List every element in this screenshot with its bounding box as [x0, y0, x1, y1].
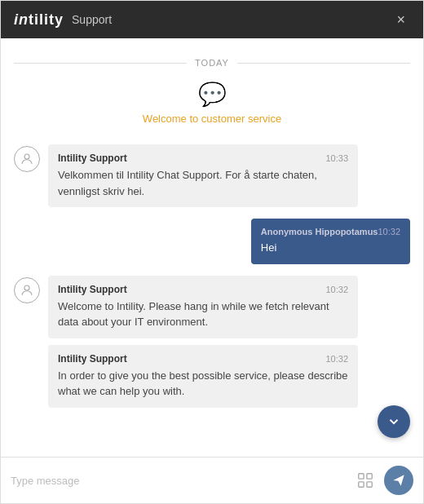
send-button[interactable] [384, 466, 413, 495]
message-header: Intility Support 10:32 [58, 284, 348, 295]
svg-point-0 [24, 154, 29, 159]
agent-message-bubble: Intility Support 10:33 Velkommen til Int… [48, 144, 358, 207]
agent-message-bubble: Intility Support 10:32 Welcome to Intili… [48, 276, 358, 338]
svg-rect-2 [359, 474, 364, 479]
welcome-text: Welcome to customer service [14, 113, 410, 125]
user-message-bubble: Anonymous Hippopotamus 10:32 Hei [251, 219, 410, 264]
message-text: Velkommen til Intility Chat Support. For… [58, 167, 348, 199]
scroll-down-button[interactable] [378, 405, 410, 438]
header-title: Support [72, 13, 112, 26]
message-row: Anonymous Hippopotamus 10:32 Hei [14, 219, 410, 264]
welcome-section: 💬 Welcome to customer service [14, 81, 410, 125]
date-divider: TODAY [14, 58, 410, 68]
message-text: In order to give you the best possible s… [58, 368, 348, 400]
svg-point-1 [24, 285, 29, 290]
sender-name: Intility Support [58, 153, 127, 164]
sender-name: Anonymous Hippopotamus [261, 227, 378, 237]
user-message-header: Anonymous Hippopotamus 10:32 [261, 227, 400, 237]
avatar [14, 146, 40, 172]
attachment-button[interactable] [353, 468, 378, 493]
message-text: Hei [261, 240, 400, 256]
welcome-icon: 💬 [14, 81, 410, 108]
avatar [14, 277, 40, 303]
sender-name: Intility Support [58, 353, 127, 365]
message-row: Intility Support 10:32 Welcome to Intili… [14, 276, 410, 408]
chat-header: intility Support × [1, 1, 423, 38]
message-time: 10:32 [325, 354, 348, 364]
message-header: Intility Support 10:33 [58, 153, 348, 164]
agent-message-bubble: Intility Support 10:32 In order to give … [48, 345, 358, 408]
message-header: Intility Support 10:32 [58, 353, 348, 365]
input-area [1, 457, 423, 503]
logo: intility [14, 11, 64, 29]
svg-rect-3 [367, 474, 372, 479]
message-time: 10:32 [325, 285, 348, 294]
message-input[interactable] [11, 475, 347, 487]
agent-messages-group: Intility Support 10:32 Welcome to Intili… [48, 276, 410, 408]
svg-rect-4 [359, 482, 364, 487]
message-time: 10:33 [325, 153, 348, 163]
message-row: Intility Support 10:33 Velkommen til Int… [14, 144, 410, 207]
message-text: Welcome to Intility. Please hang in whil… [58, 298, 348, 330]
sender-name: Intility Support [58, 284, 127, 295]
message-time: 10:32 [378, 227, 400, 237]
chat-widget: intility Support × TODAY 💬 Welcome to cu… [0, 0, 424, 504]
close-button[interactable]: × [391, 11, 410, 29]
header-left: intility Support [14, 11, 112, 29]
svg-rect-5 [367, 482, 372, 487]
chat-body: TODAY 💬 Welcome to customer service Inti… [1, 38, 423, 457]
